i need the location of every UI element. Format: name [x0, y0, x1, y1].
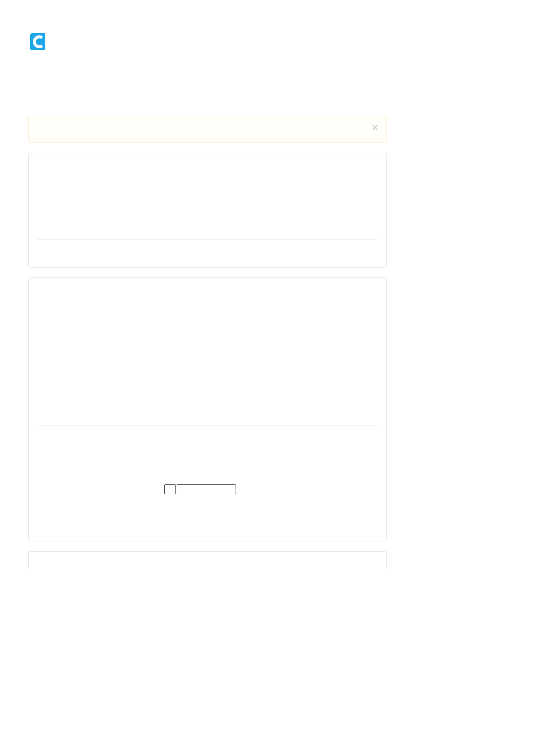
divider — [37, 230, 378, 230]
checkbox-input[interactable] — [164, 484, 176, 494]
control-group — [164, 484, 236, 494]
card-summary — [28, 153, 387, 268]
divider — [37, 425, 378, 426]
alert-banner — [28, 116, 387, 143]
card-footer — [28, 551, 387, 569]
divider — [37, 239, 378, 240]
logo[interactable] — [29, 32, 48, 51]
close-icon[interactable] — [372, 124, 378, 131]
card-details — [28, 277, 387, 541]
text-input[interactable] — [177, 484, 236, 494]
